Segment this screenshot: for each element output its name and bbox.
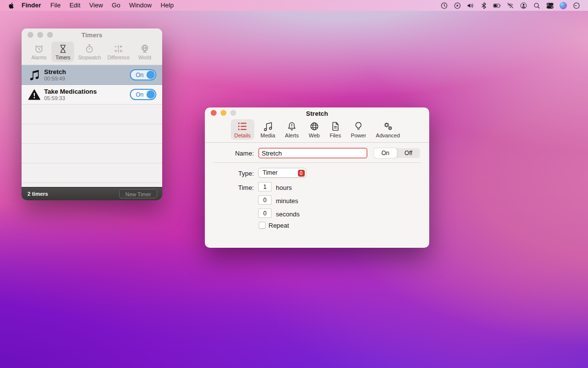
control-center-icon[interactable] (546, 1, 554, 10)
timer-name: Take Medications (44, 88, 130, 95)
minutes-field[interactable] (258, 195, 271, 205)
warning-triangle-icon (27, 89, 41, 101)
tab-world[interactable]: World (134, 42, 156, 62)
document-icon (330, 121, 341, 132)
music-note-icon (27, 69, 41, 81)
hours-field[interactable] (258, 182, 271, 191)
apple-menu[interactable] (8, 2, 15, 9)
detail-window-title: Stretch (205, 110, 429, 117)
timer-row-stretch[interactable]: Stretch 00:59:49 On (22, 65, 162, 85)
tab-label: Timers (55, 55, 70, 60)
search-icon[interactable] (533, 1, 541, 10)
off-segment[interactable]: Off (397, 148, 420, 158)
minutes-unit-label: minutes (276, 197, 298, 205)
timer-toggle[interactable]: On (130, 69, 156, 80)
tab-label: Power (351, 132, 366, 138)
on-off-segmented-control: On Off (374, 148, 420, 158)
menu-window[interactable]: Window (124, 0, 156, 11)
music-note-icon (262, 121, 273, 132)
difference-math-icon (113, 44, 123, 54)
hours-unit-label: hours (276, 184, 292, 191)
tab-label: Alerts (285, 132, 299, 138)
tab-label: Difference (107, 55, 129, 60)
bell-alert-icon (286, 121, 297, 132)
siri-orb (560, 2, 567, 9)
detail-toolbar: Details Media Alerts Web Files Power (205, 118, 429, 143)
hourglass-icon (58, 44, 68, 54)
select-chevrons-icon (298, 170, 305, 177)
tab-label: World (139, 55, 151, 60)
name-field[interactable] (258, 148, 368, 158)
play-circle-icon[interactable] (453, 1, 462, 10)
tab-alarms[interactable]: Alarms (27, 42, 50, 62)
tab-label: Files (330, 132, 341, 138)
wifi-off-icon[interactable] (506, 1, 514, 10)
tab-media[interactable]: Media (257, 119, 279, 140)
timer-count: 2 timers (27, 191, 48, 197)
toggle-knob (147, 71, 155, 79)
seconds-field[interactable] (258, 209, 271, 218)
tab-timers[interactable]: Timers (51, 42, 74, 62)
tab-label: Web (309, 132, 319, 138)
tab-label: Advanced (376, 132, 400, 138)
siri-icon[interactable] (559, 1, 567, 10)
tab-difference[interactable]: Difference (105, 42, 132, 62)
zoom-button[interactable] (47, 32, 53, 38)
menu-help[interactable]: Help (156, 0, 178, 11)
toggle-knob (147, 90, 155, 99)
user-icon[interactable] (519, 1, 528, 10)
minimize-button[interactable] (37, 32, 43, 38)
alarm-clock-icon (34, 44, 44, 54)
tab-label: Alarms (31, 55, 47, 60)
menu-finder[interactable]: Finder (17, 0, 46, 11)
new-timer-button[interactable]: New Timer (119, 189, 157, 199)
list-details-icon (237, 121, 248, 132)
menu-file[interactable]: File (46, 0, 65, 11)
timers-window: Timers Alarms Timers Stopwatch Differen (22, 28, 162, 200)
close-button[interactable] (27, 32, 33, 38)
menu-bar: Finder File Edit View Go Window Help (0, 0, 588, 11)
menu-edit[interactable]: Edit (65, 0, 85, 11)
type-value: Timer (263, 169, 277, 176)
toggle-label: On (136, 72, 144, 79)
light-bulb-icon (353, 121, 364, 132)
tab-web[interactable]: Web (305, 119, 323, 140)
status-area (438, 1, 588, 10)
apple-icon (8, 2, 15, 9)
detail-titlebar[interactable]: Stretch (205, 107, 429, 118)
tab-label: Stopwatch (78, 55, 101, 60)
gears-icon (382, 121, 393, 132)
battery-icon[interactable] (493, 1, 501, 10)
timer-toggle[interactable]: On (130, 89, 156, 100)
globe-web-icon (309, 121, 320, 132)
tab-stopwatch[interactable]: Stopwatch (75, 42, 103, 62)
timer-row-take-medications[interactable]: Take Medications 05:59:33 On (22, 85, 162, 105)
timers-window-header: Timers Alarms Timers Stopwatch Differen (22, 28, 162, 65)
repeat-checkbox[interactable] (259, 222, 266, 229)
clock-icon[interactable] (440, 1, 448, 10)
timers-titlebar[interactable]: Timers (22, 28, 162, 41)
volume-icon[interactable] (466, 1, 475, 10)
menu-view[interactable]: View (85, 0, 107, 11)
tab-label: Media (261, 132, 275, 138)
tab-files[interactable]: Files (326, 119, 344, 140)
toggle-label: On (136, 91, 144, 98)
repeat-label: Repeat (269, 222, 289, 229)
tab-details[interactable]: Details (231, 119, 254, 140)
menu-go[interactable]: Go (107, 0, 124, 11)
tab-label: Details (234, 132, 251, 138)
stretch-detail-window: Stretch Details Media Alerts Web Files (205, 107, 429, 248)
name-label: Name: (205, 150, 254, 157)
bluetooth-icon[interactable] (480, 1, 488, 10)
desktop: Finder File Edit View Go Window Help (0, 0, 588, 368)
form-divider (213, 162, 421, 163)
on-segment[interactable]: On (374, 148, 397, 158)
clock-outline-icon[interactable] (572, 1, 581, 10)
tab-alerts[interactable]: Alerts (282, 119, 302, 140)
tab-advanced[interactable]: Advanced (372, 119, 403, 140)
tab-power[interactable]: Power (347, 119, 369, 140)
timers-window-title: Timers (81, 31, 102, 39)
type-select[interactable]: Timer (258, 168, 306, 178)
stopwatch-icon (84, 44, 95, 54)
time-label: Time: (205, 184, 254, 191)
